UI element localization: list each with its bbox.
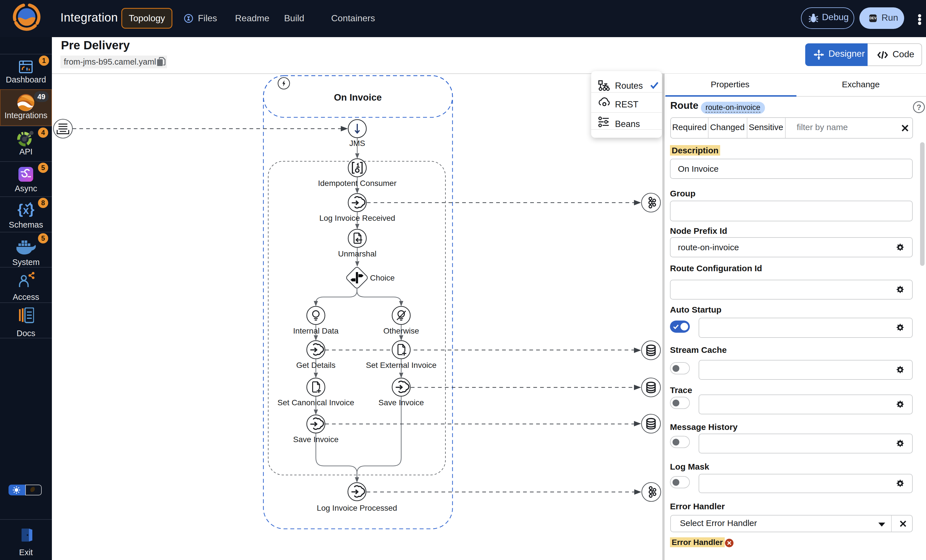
svg-text:Save Invoice: Save Invoice xyxy=(378,398,424,407)
svg-text:Log Invoice Received: Log Invoice Received xyxy=(319,214,395,222)
svg-text:Set Canonical Invoice: Set Canonical Invoice xyxy=(278,398,354,407)
svg-text:Save Invoice: Save Invoice xyxy=(293,435,339,444)
svg-text:Idempotent Consumer: Idempotent Consumer xyxy=(318,179,396,188)
svg-text:Set External Invoice: Set External Invoice xyxy=(366,361,436,370)
svg-text:On Invoice: On Invoice xyxy=(334,92,382,103)
svg-text:Log Invoice Processed: Log Invoice Processed xyxy=(317,504,397,512)
svg-text:JMS: JMS xyxy=(349,139,365,148)
svg-text:Otherwise: Otherwise xyxy=(383,326,419,335)
svg-text:Unmarshal: Unmarshal xyxy=(338,249,376,258)
svg-text:Get Details: Get Details xyxy=(296,361,336,370)
svg-text:Internal Data: Internal Data xyxy=(293,326,339,335)
svg-text:Choice: Choice xyxy=(370,273,395,282)
